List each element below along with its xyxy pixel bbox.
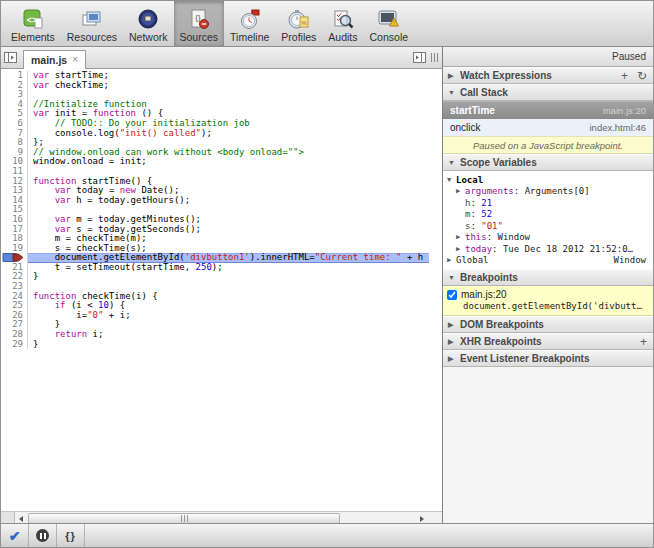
resources-icon [80, 8, 103, 30]
watch-expressions-header[interactable]: ▶ Watch Expressions + ↻ [443, 67, 653, 84]
pause-on-exceptions-button[interactable] [29, 524, 57, 547]
breakpoint-location: main.js:20 [461, 289, 507, 300]
section-title: Call Stack [460, 87, 508, 98]
panel-tab-audits[interactable]: Audits [322, 1, 363, 46]
xhr-breakpoints-header[interactable]: ▶ XHR Breakpoints + [443, 333, 653, 350]
code-line: 1var startTime; [1, 71, 429, 81]
code-line-text[interactable]: window.onload = init; [28, 157, 429, 167]
code-line-text[interactable]: console.log("init() called"); [28, 129, 429, 139]
add-xhr-breakpoint-icon[interactable]: + [640, 335, 647, 349]
file-tab-mainjs[interactable]: main.js × [23, 50, 86, 69]
scope-variables-header[interactable]: ▼ Scope Variables [443, 154, 653, 171]
pretty-print-button[interactable]: {} [57, 524, 85, 547]
scope-variable-row[interactable]: ▶today: Tue Dec 18 2012 21:52:0… [443, 243, 653, 255]
panel-tab-timeline[interactable]: Timeline [224, 1, 275, 46]
panel-label: Audits [328, 31, 357, 43]
code-line-text[interactable]: } [28, 272, 429, 282]
breakpoints-header[interactable]: ▼ Breakpoints [443, 269, 653, 286]
code-line-text[interactable]: }; [28, 138, 429, 148]
code-line-text[interactable]: var init = function () { [28, 109, 429, 119]
code-line-text[interactable]: // TODO:: Do your initialization job [28, 119, 429, 129]
code-line-text[interactable]: var m = today.getMinutes(); [28, 215, 429, 225]
line-number[interactable]: 4 [1, 100, 28, 110]
panel-tab-elements[interactable]: <> Elements [5, 1, 61, 46]
activate-breakpoints-button[interactable]: ✔ [1, 524, 29, 547]
checkmark-icon: ✔ [9, 528, 21, 544]
frame-name: startTime [450, 105, 495, 116]
code-line-text[interactable] [28, 167, 429, 177]
scope-variable-row[interactable]: ▶this: Window [443, 232, 653, 244]
line-number[interactable]: 2 [1, 81, 28, 91]
line-number[interactable]: 29 [1, 340, 28, 350]
line-number[interactable]: 6 [1, 119, 28, 129]
call-stack-header[interactable]: ▼ Call Stack [443, 84, 653, 101]
code-line-text[interactable]: s = checkTime(s); [28, 244, 429, 254]
line-number[interactable]: 3 [1, 90, 28, 100]
code-line-text[interactable]: // window.onload can work without <body … [28, 148, 429, 158]
add-watch-icon[interactable]: + [621, 69, 628, 83]
code-line-text[interactable]: if (i < 10) { [28, 301, 429, 311]
scope-variable-value: 52 [481, 209, 492, 219]
code-line-text[interactable]: } [28, 320, 429, 330]
call-stack-frame-starttime[interactable]: startTime main.js:20 [443, 101, 653, 119]
scope-variable-row: h: 21 [443, 197, 653, 209]
frame-location: index.html:46 [589, 122, 646, 133]
show-drawer-icon[interactable] [413, 49, 426, 67]
line-number[interactable]: 5 [1, 109, 28, 119]
collapsed-triangle-icon: ▶ [448, 321, 456, 329]
collapsed-triangle-icon: ▶ [448, 355, 456, 363]
scope-variable-row[interactable]: ▶arguments: Arguments[0] [443, 186, 653, 198]
code-line: 8}; [1, 138, 429, 148]
code-line-text[interactable]: var today = new Date(); [28, 186, 429, 196]
show-navigator-button[interactable] [4, 52, 17, 63]
panel-tab-console[interactable]: ! Console [364, 1, 415, 46]
code-line: 6 // TODO:: Do your initialization job [1, 119, 429, 129]
line-number[interactable]: 7 [1, 129, 28, 139]
expanded-triangle-icon: ▼ [448, 89, 456, 96]
code-line-text[interactable]: i="0" + i; [28, 311, 429, 321]
splitter-grip-icon[interactable] [431, 53, 438, 62]
devtools-window: <> Elements Resources Network {} [0, 0, 654, 548]
code-line-text[interactable] [28, 90, 429, 100]
panel-tab-sources[interactable]: {} Sources [174, 1, 225, 46]
refresh-watch-icon[interactable]: ↻ [637, 69, 647, 83]
panel-tab-profiles[interactable]: % Profiles [275, 1, 322, 46]
code-line: 7 console.log("init() called"); [1, 129, 429, 139]
code-line-text[interactable]: var s = today.getSeconds(); [28, 225, 429, 235]
code-line-text[interactable] [28, 282, 429, 292]
code-line-text[interactable] [28, 205, 429, 215]
scope-variable-row: s: "01" [443, 220, 653, 232]
code-line-text[interactable]: //Initialize function [28, 100, 429, 110]
scope-variable-row: m: 52 [443, 209, 653, 221]
code-line-text[interactable]: function startTime() { [28, 177, 429, 187]
event-listener-breakpoints-header[interactable]: ▶ Event Listener Breakpoints [443, 350, 653, 367]
code-line-text[interactable]: document.getElementById('divbutton1').in… [28, 253, 429, 263]
scope-local-row[interactable]: ▼ Local [443, 174, 653, 186]
code-line: 24function checkTime(i) { [1, 292, 429, 302]
code-line: 26 i="0" + i; [1, 311, 429, 321]
collapsed-triangle-icon: ▶ [448, 72, 456, 80]
line-number[interactable]: 19 [1, 244, 28, 254]
dom-breakpoints-header[interactable]: ▶ DOM Breakpoints [443, 316, 653, 333]
source-editor[interactable]: 1var startTime;2var checkTime;34//Initia… [1, 69, 442, 511]
breakpoint-entry[interactable]: main.js:20 document.getElementById('divb… [443, 286, 653, 316]
code-line-text[interactable]: var startTime; [28, 71, 429, 81]
code-line-text[interactable]: t = setTimeout(startTime, 250); [28, 263, 429, 273]
network-icon [137, 8, 159, 30]
code-line: 11 [1, 167, 429, 177]
panel-tab-network[interactable]: Network [123, 1, 174, 46]
code-line-text[interactable]: m = checkTime(m); [28, 234, 429, 244]
code-line-text[interactable]: var checkTime; [28, 81, 429, 91]
code-line-text[interactable]: return i; [28, 330, 429, 340]
line-number[interactable]: 1 [1, 71, 28, 81]
call-stack-frame-onclick[interactable]: onclick index.html:46 [443, 119, 653, 136]
expanded-triangle-icon: ▼ [448, 274, 456, 281]
code-line-text[interactable]: } [28, 340, 429, 350]
code-line-text[interactable]: var h = today.getHours(); [28, 196, 429, 206]
panel-tab-resources[interactable]: Resources [61, 1, 123, 46]
breakpoint-checkbox[interactable] [447, 290, 457, 300]
line-number[interactable]: 8 [1, 138, 28, 148]
code-line-text[interactable]: function checkTime(i) { [28, 292, 429, 302]
scope-global-row[interactable]: ▶ Global Window [443, 255, 653, 267]
close-tab-icon[interactable]: × [72, 54, 78, 65]
